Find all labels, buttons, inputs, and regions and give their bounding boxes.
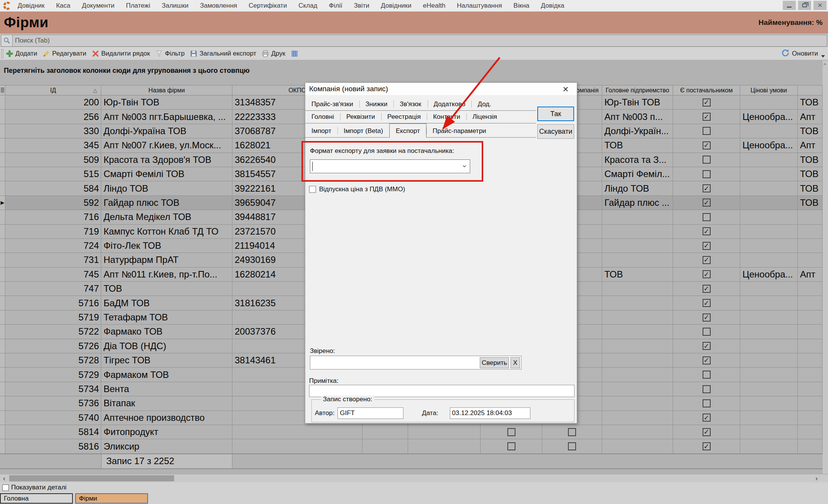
checkbox-checked-icon[interactable]: ✓	[703, 270, 711, 278]
toolbar-button[interactable]: Додати	[6, 50, 37, 57]
menu-item[interactable]: Сертифікати	[249, 2, 287, 10]
checkbox-unchecked-icon[interactable]	[507, 428, 515, 436]
refresh-dropdown-icon[interactable]	[821, 55, 825, 57]
menu-item[interactable]: Залишки	[162, 2, 189, 10]
table-row[interactable]: 5816Эликсир✓	[0, 439, 823, 453]
menu-item[interactable]: Довідники	[381, 2, 412, 10]
dialog-tab[interactable]: Прайс-параметри	[426, 125, 492, 137]
menu-item[interactable]: Платежі	[126, 2, 150, 10]
column-header-supplier[interactable]: Є постачальником	[673, 85, 740, 95]
scroll-right-icon[interactable]: ›	[813, 474, 820, 482]
menu-item[interactable]: Каса	[56, 2, 70, 10]
scroll-up-icon[interactable]: ‹	[823, 61, 828, 67]
dialog-tab[interactable]: Контакти	[427, 110, 466, 123]
checkbox-checked-icon[interactable]: ✓	[703, 299, 711, 307]
checkbox-checked-icon[interactable]: ✓	[703, 442, 711, 450]
checkbox-checked-icon[interactable]: ✓	[703, 356, 711, 364]
checkbox-unchecked-icon[interactable]	[703, 213, 711, 221]
restore-icon[interactable]	[798, 1, 811, 10]
scrollbar-thumb[interactable]	[9, 475, 174, 481]
toolbar-button[interactable]: Друк	[262, 50, 285, 57]
column-header-name[interactable]: Назва фірми	[101, 85, 232, 95]
checkbox-unchecked-icon[interactable]	[703, 399, 711, 407]
checkbox-checked-icon[interactable]: ✓	[703, 342, 711, 350]
checkbox-checked-icon[interactable]: ✓	[703, 199, 711, 207]
checkbox-checked-icon[interactable]: ✓	[703, 141, 711, 149]
horizontal-scrollbar[interactable]: ‹ ›	[0, 474, 828, 482]
checkbox-checked-icon[interactable]: ✓	[703, 256, 711, 264]
menu-item[interactable]: Вікна	[514, 2, 529, 10]
verify-clear-button[interactable]: X	[510, 357, 520, 368]
vat-checkbox[interactable]	[309, 186, 316, 193]
checkbox-unchecked-icon[interactable]	[507, 442, 515, 450]
verified-field[interactable]: Сверить X	[310, 356, 522, 369]
menu-item[interactable]: Документи	[82, 2, 115, 10]
checkbox-unchecked-icon[interactable]	[568, 428, 576, 436]
date-field[interactable]: 03.12.2025 18:04:03	[450, 407, 530, 419]
menu-item[interactable]: Склад	[298, 2, 317, 10]
toolbar-button[interactable]: Загальний експорт	[190, 50, 256, 57]
dialog-tab[interactable]: Знижки	[359, 98, 393, 110]
menu-item[interactable]: Звіти	[354, 2, 369, 10]
checkbox-unchecked-icon[interactable]	[703, 385, 711, 393]
column-header-type[interactable]	[798, 85, 823, 95]
dialog-tab[interactable]: Дод.	[471, 98, 497, 110]
search-icon[interactable]	[1, 35, 13, 46]
menu-item[interactable]: Замовлення	[200, 2, 237, 10]
checkbox-unchecked-icon[interactable]	[703, 156, 711, 164]
dialog-tab[interactable]: Імпорт	[305, 125, 337, 137]
menu-item[interactable]: Налаштування	[457, 2, 502, 10]
dialog-close-icon[interactable]: ✕	[561, 84, 571, 94]
refresh-button[interactable]: Оновити	[781, 49, 818, 59]
table-row[interactable]: 5814Фитопродукт✓	[0, 425, 823, 439]
column-header-parent[interactable]: Головне підприемство	[602, 85, 673, 95]
toolbar-button[interactable]	[291, 50, 298, 57]
menu-item[interactable]: Довідка	[541, 2, 564, 10]
window-tab[interactable]: Фірми	[75, 493, 148, 504]
menu-item[interactable]: Філії	[329, 2, 342, 10]
dialog-tab[interactable]: Ліцензія	[466, 110, 503, 123]
dialog-tab[interactable]: Додатково	[428, 98, 472, 110]
close-icon[interactable]: ✕	[813, 1, 826, 10]
checkbox-checked-icon[interactable]: ✓	[703, 314, 711, 322]
checkbox-unchecked-icon[interactable]	[703, 127, 711, 135]
vertical-scrollbar[interactable]: ‹	[823, 61, 828, 474]
show-details-checkbox[interactable]: Показувати деталі	[2, 484, 66, 491]
dialog-tab[interactable]: Імпорт (Beta)	[337, 125, 389, 137]
toolbar-button[interactable]: Видалити рядок	[92, 50, 150, 57]
dialog-tab[interactable]: Головні	[305, 110, 340, 123]
dialog-tab[interactable]: Зв'язок	[393, 98, 427, 110]
checkbox-icon[interactable]	[2, 484, 9, 491]
chevron-down-icon[interactable]: ›	[461, 165, 469, 167]
dialog-tab[interactable]: Прайс-зв'язки	[305, 98, 359, 110]
toolbar-button[interactable]: Редагувати	[43, 50, 86, 57]
cancel-button[interactable]: Скасувати	[537, 124, 574, 139]
checkbox-unchecked-icon[interactable]	[568, 442, 576, 450]
column-header-id[interactable]: ІД△	[5, 85, 101, 95]
menu-item[interactable]: eHealth	[423, 2, 446, 10]
search-input[interactable]: Поиск (Tab)	[1, 34, 827, 47]
checkbox-checked-icon[interactable]: ✓	[703, 414, 711, 422]
checkbox-unchecked-icon[interactable]	[703, 170, 711, 178]
checkbox-checked-icon[interactable]: ✓	[703, 428, 711, 436]
minimize-icon[interactable]	[783, 1, 796, 10]
menu-item[interactable]: Довідник	[18, 2, 44, 10]
checkbox-checked-icon[interactable]: ✓	[703, 285, 711, 293]
column-chooser-icon[interactable]	[0, 85, 5, 95]
column-header-price_terms[interactable]: Цінові умови	[740, 85, 798, 95]
checkbox-checked-icon[interactable]: ✓	[703, 99, 711, 107]
toolbar-button[interactable]: Фільтр	[155, 50, 184, 57]
dialog-tab[interactable]: Реквізити	[340, 110, 381, 123]
checkbox-unchecked-icon[interactable]	[703, 371, 711, 379]
checkbox-checked-icon[interactable]: ✓	[703, 242, 711, 250]
export-format-combobox[interactable]: ›	[310, 159, 470, 173]
checkbox-unchecked-icon[interactable]	[703, 328, 711, 336]
checkbox-checked-icon[interactable]: ✓	[703, 227, 711, 235]
dialog-tab[interactable]: Реестрація	[381, 110, 427, 123]
scroll-left-icon[interactable]: ‹	[1, 474, 8, 482]
author-field[interactable]: GIFT	[337, 407, 403, 419]
window-tab[interactable]: Головна	[0, 493, 73, 504]
checkbox-checked-icon[interactable]: ✓	[703, 184, 711, 192]
ok-button[interactable]: Так	[537, 107, 574, 121]
checkbox-checked-icon[interactable]: ✓	[703, 113, 711, 121]
